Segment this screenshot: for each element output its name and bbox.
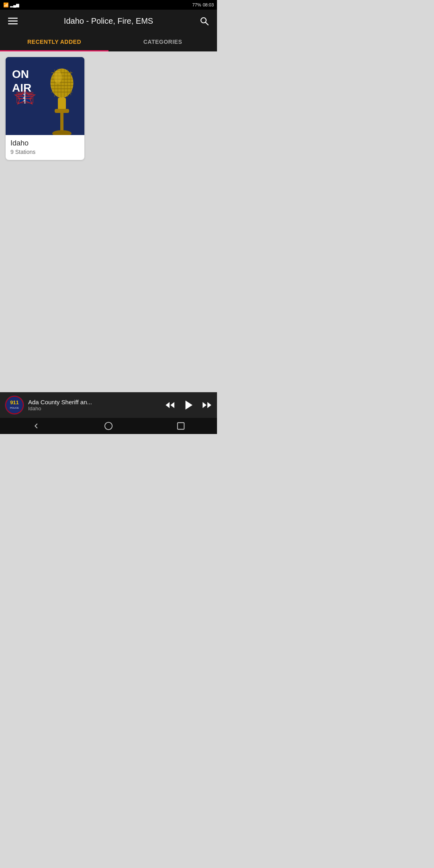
status-bar-right: 77% 08:03 [192,2,214,7]
svg-point-42 [105,422,112,430]
card-info-idaho: Idaho 9 Stations [6,135,84,160]
svg-rect-43 [178,423,184,430]
nav-back-button[interactable] [24,418,48,434]
svg-rect-1 [8,20,18,22]
tab-bar: RECENTLY ADDED CATEGORIES [0,32,217,51]
svg-rect-29 [58,98,66,110]
content-area: ON AIR [0,51,217,392]
app-title: Idaho - Police, Fire, EMS [64,16,153,26]
station-card-idaho[interactable]: ON AIR [6,57,84,160]
nav-home-button[interactable] [96,418,121,434]
back-icon [32,422,41,430]
search-icon [199,16,209,26]
svg-point-28 [54,71,62,84]
card-image-idaho: ON AIR [6,57,84,135]
app-bar: Idaho - Police, Fire, EMS [0,10,217,32]
menu-icon [8,16,18,26]
tab-categories-label: CATEGORIES [143,39,182,45]
wifi-icon: 📶 [3,2,9,8]
play-icon [182,399,194,411]
svg-rect-31 [60,113,63,133]
nav-recent-button[interactable] [169,418,193,434]
svg-text:911: 911 [10,399,19,405]
menu-button[interactable] [6,14,19,27]
svg-marker-40 [203,402,207,408]
signal-icon: ▂▄▆ [10,3,19,7]
time-text: 08:03 [203,2,214,7]
svg-text:POLICE: POLICE [10,407,19,409]
player-thumbnail[interactable]: 911 POLICE [5,395,24,415]
svg-marker-38 [170,402,174,408]
tab-categories[interactable]: CATEGORIES [108,32,217,51]
svg-text:ON: ON [12,68,29,80]
svg-text:AIR: AIR [12,82,31,94]
player-play-button[interactable] [182,399,194,411]
rewind-icon [165,400,175,410]
forward-icon [202,400,212,410]
on-air-artwork: ON AIR [6,57,84,135]
player-info: Ada County Sheriff an... Idaho [28,399,161,411]
player-forward-button[interactable] [202,400,212,410]
nav-bar [0,418,217,434]
tab-recently-added-label: RECENTLY ADDED [27,39,81,45]
battery-text: 77% [192,2,201,7]
recent-square-icon [176,422,185,430]
player-controls [165,399,212,411]
svg-point-14 [51,69,73,98]
search-button[interactable] [198,14,211,27]
svg-rect-30 [55,109,69,113]
tab-categories-indicator [108,50,217,51]
status-bar-left: 📶 ▂▄▆ [3,2,19,8]
svg-marker-39 [186,401,193,410]
player-title: Ada County Sheriff an... [28,399,161,405]
player-subtitle: Idaho [28,405,161,411]
tab-recently-added-indicator [0,50,108,51]
svg-rect-0 [8,18,18,19]
svg-rect-2 [8,23,18,25]
player-rewind-button[interactable] [165,400,175,410]
svg-marker-37 [166,402,170,408]
player-bar: 911 POLICE Ada County Sheriff an... Idah… [0,392,217,418]
tab-recently-added[interactable]: RECENTLY ADDED [0,32,108,51]
svg-line-4 [206,23,209,25]
home-circle-icon [104,422,113,430]
player-artwork: 911 POLICE [5,395,24,415]
svg-marker-41 [207,402,211,408]
card-subtitle-idaho: 9 Stations [10,149,80,155]
card-title-idaho: Idaho [10,139,80,147]
status-bar: 📶 ▂▄▆ 77% 08:03 [0,0,217,10]
